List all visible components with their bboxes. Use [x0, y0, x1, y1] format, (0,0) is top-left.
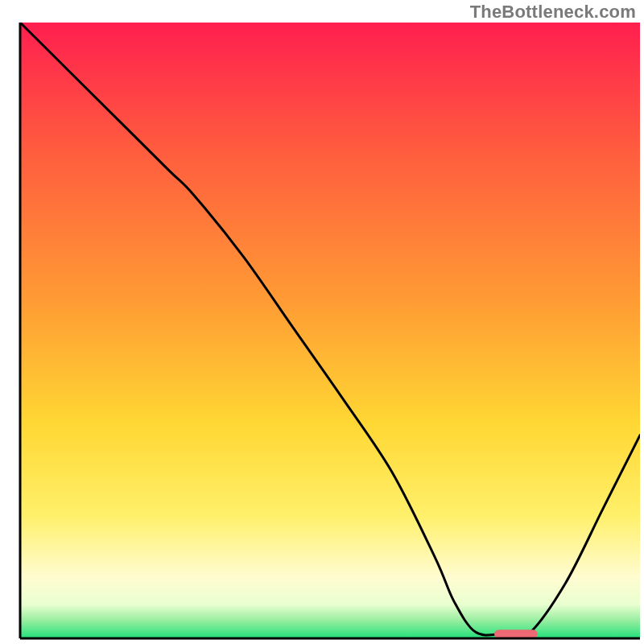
chart-container: { "watermark": "TheBottleneck.com", "cha…: [0, 0, 644, 644]
optimal-marker: [494, 630, 538, 638]
bottleneck-chart: [0, 0, 644, 644]
watermark-text: TheBottleneck.com: [470, 2, 636, 23]
